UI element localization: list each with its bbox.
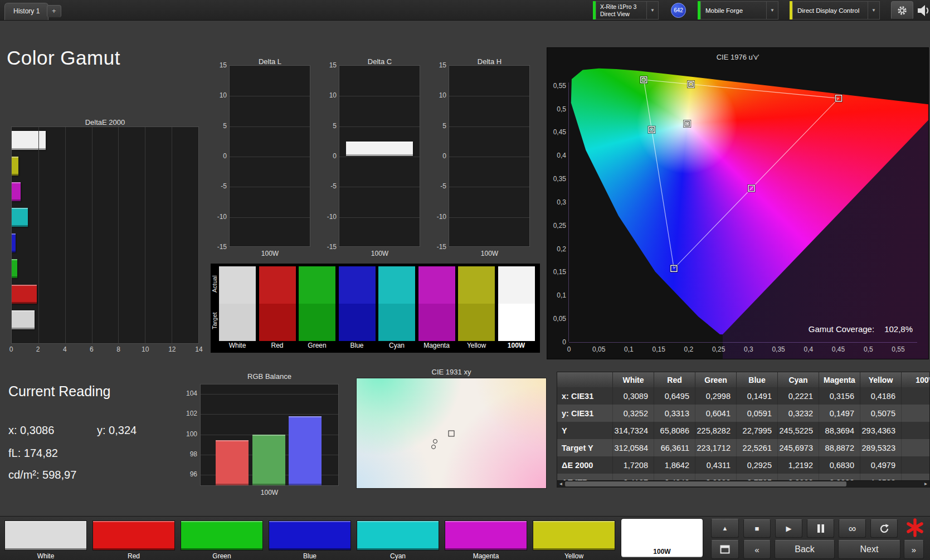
row-label: Target Y [557, 439, 613, 456]
cie1976-yaxis: 0,550,50,450,40,350,30,250,20,150,10,050 [549, 48, 566, 359]
delta-l-gridline [230, 187, 310, 187]
delta-c-ytick: 15 [329, 61, 337, 69]
table-cell: 0,1491 [737, 387, 778, 405]
settings-button[interactable] [891, 1, 913, 20]
patch-label: Red [93, 552, 174, 560]
swatch-label: 100W [498, 342, 535, 349]
patch-button-magenta[interactable] [445, 521, 527, 550]
stop-button[interactable]: ■ [743, 519, 771, 538]
deltae2000-title: DeltaE 2000 [11, 118, 199, 126]
cie1976-xtick: 0,15 [652, 345, 665, 353]
gamut-table-body: WhiteRedGreenBlueCyanMagentaYellow100Wx:… [557, 372, 929, 488]
cie1976-xtick: 0,35 [772, 345, 785, 353]
table-cell: 289,5323 [860, 439, 902, 456]
swatch-label: Blue [339, 342, 376, 349]
patch-button-blue[interactable] [269, 521, 350, 550]
table-row-2: y: CIE310,32520,33130,60410,05910,32320,… [557, 405, 930, 422]
back-chevron-icon: « [754, 545, 759, 554]
window-button[interactable] [711, 540, 739, 559]
patch-button-red[interactable] [93, 521, 174, 550]
table-cell: 245,5225 [778, 422, 819, 439]
infinity-icon: ∞ [849, 523, 856, 535]
table-cell: 0,6830 [819, 456, 860, 474]
display-control-dropdown[interactable]: Direct Display Control ▼ [792, 1, 880, 20]
back-chevron-button[interactable]: « [743, 540, 771, 559]
patch-button-yellow[interactable] [533, 521, 615, 550]
delta-c-gridline [339, 96, 420, 96]
play-icon: ▶ [786, 524, 792, 533]
table-cell: 88,8872 [819, 439, 860, 456]
swatch-green [299, 266, 335, 341]
swatch-label: Yellow [458, 342, 495, 349]
row-label: y: CIE31 [557, 405, 613, 422]
deltae-tick-label: 10 [142, 345, 149, 353]
add-tab-button[interactable]: + [47, 5, 61, 17]
cie1931-marker-circle [433, 439, 437, 444]
next-chevron-button[interactable]: » [904, 540, 924, 559]
delta-l-ytick: 10 [220, 91, 227, 99]
cie1976-xtick: 0,5 [864, 345, 873, 353]
speaker-icon[interactable] [917, 4, 930, 17]
refresh-icon [879, 524, 889, 534]
table-cell: 66,3611 [654, 439, 695, 456]
delta-h-gridline [449, 96, 529, 96]
delta-c-ytick: -5 [330, 182, 337, 190]
chevron-down-icon: ▼ [766, 2, 778, 19]
swatch-target [498, 304, 535, 341]
meter-line2: Direct View [600, 11, 636, 18]
scroll-thumb[interactable] [565, 481, 846, 486]
table-scrollbar[interactable]: ◄ ► [557, 480, 929, 487]
patch-button-100w[interactable]: 100W [621, 519, 703, 557]
swatch-label: Red [259, 342, 296, 349]
refresh-button[interactable] [870, 519, 898, 538]
patch-label: Blue [269, 552, 350, 560]
cie1976-xtick: 0,55 [892, 345, 904, 353]
cie1931-chart: CIE 1931 xy [356, 368, 547, 489]
patch-button-white[interactable] [5, 521, 86, 550]
table-header-row: WhiteRedGreenBlueCyanMagentaYellow100W [557, 372, 930, 387]
gamut-coverage-value: 102,8% [884, 324, 913, 334]
chevron-down-icon: ▼ [868, 2, 879, 19]
continuous-button[interactable]: ∞ [839, 519, 866, 538]
alert-asterisk-icon[interactable] [905, 518, 925, 538]
rgb-ytick: 100 [178, 430, 197, 438]
scroll-right-icon[interactable]: ► [922, 481, 929, 487]
tab-history[interactable]: History 1 [4, 3, 48, 20]
next-chevron-icon: » [912, 545, 916, 554]
cie1976-xtick: 0,05 [592, 345, 605, 353]
deltae-tick-label: 4 [63, 345, 67, 353]
back-button[interactable]: Back [775, 540, 835, 559]
rgb-ytick: 98 [178, 450, 197, 458]
table-cell: 1,2192 [778, 456, 819, 474]
patch-button-green[interactable] [181, 521, 262, 550]
delta-l-ytick: 0 [223, 152, 227, 160]
rgb-balance-chart: RGB Balance 1041021009896 100W [200, 372, 339, 496]
delta-h-title: Delta H [449, 57, 530, 65]
table-header-white: White [613, 372, 654, 387]
delta-l-gridline [230, 96, 310, 96]
delta-h-gridline [449, 217, 529, 218]
source-dropdown[interactable]: Mobile Forge ▼ [700, 1, 778, 20]
play-button[interactable]: ▶ [775, 519, 802, 538]
table-cell: 0,4979 [860, 456, 902, 474]
delta-l-gridline [230, 217, 310, 218]
next-button[interactable]: Next [838, 540, 900, 559]
swatch-red [259, 266, 296, 341]
swatch-actual [299, 266, 335, 304]
table-cell: 314,7324 [613, 422, 654, 439]
up-button[interactable]: ▲ [711, 519, 739, 538]
patch-button-cyan[interactable] [357, 521, 439, 550]
window-icon [719, 544, 731, 554]
cie1976-ytick: 0,4 [557, 152, 566, 159]
table-header-magenta: Magenta [819, 372, 860, 387]
scroll-left-icon[interactable]: ◄ [557, 481, 564, 487]
delta-h-ytick: 0 [442, 152, 446, 160]
meter-dropdown[interactable]: X-Rite i1Pro 3 Direct View ▼ [596, 1, 659, 20]
table-header-yellow: Yellow [860, 372, 902, 387]
swatch-target [339, 304, 376, 341]
pause-button[interactable] [807, 519, 834, 538]
delta-l-title: Delta L [229, 57, 311, 65]
swatch-actual [259, 266, 296, 304]
delta-l-gridline [230, 126, 310, 127]
deltae-gridline [65, 127, 66, 343]
